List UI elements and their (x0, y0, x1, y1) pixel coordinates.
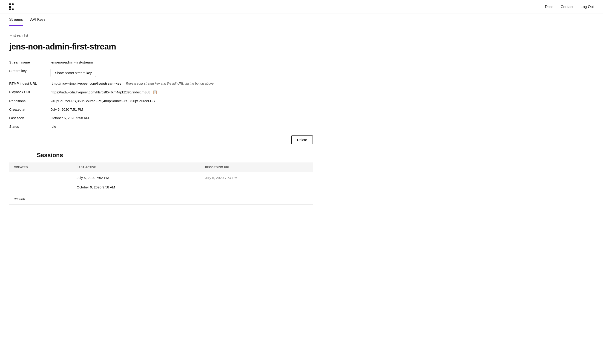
renditions-label: Renditions (9, 97, 51, 105)
last-seen-value: October 6, 2020 9:58 AM (51, 114, 313, 122)
created-at-value: July 6, 2020 7:51 PM (51, 105, 313, 114)
delete-row: Delete (9, 135, 313, 144)
status-value: Idle (51, 122, 313, 131)
sessions-table: CREATED LAST ACTIVE RECORDING URL July 6… (9, 163, 313, 205)
unseen-row: unseen (9, 193, 313, 205)
status-label: Status (9, 122, 51, 131)
header: Docs Contact Log Out (0, 0, 603, 14)
copy-icon[interactable]: 📋 (153, 90, 157, 94)
playback-url-row: Playback URL https://mdw-cdn.livepeer.co… (9, 88, 313, 97)
col-recording-url: RECORDING URL (200, 163, 313, 172)
col-last-active: LAST ACTIVE (72, 163, 200, 172)
stream-key-row: Stream key Show secret stream key (9, 67, 313, 79)
stream-key-cell: Show secret stream key (51, 67, 313, 79)
playback-url-label: Playback URL (9, 88, 51, 97)
main-nav: Docs Contact Log Out (545, 5, 594, 9)
show-secret-key-button[interactable]: Show secret stream key (51, 69, 96, 77)
stream-name-label: Stream name (9, 58, 51, 67)
docs-link[interactable]: Docs (545, 5, 553, 9)
rtmp-ingest-row: RTMP ingest URL rtmp://mdw-rtmp.livepeer… (9, 79, 313, 88)
last-active-date-2: October 6, 2020 9:58 AM (77, 185, 196, 189)
logo-dot (9, 9, 11, 10)
session-created (9, 172, 72, 193)
logo-dot (14, 6, 16, 8)
playback-url-cell: https://mdw-cdn.livepeer.com/hls/cs854fk… (51, 88, 313, 97)
sessions-header-row: CREATED LAST ACTIVE RECORDING URL (9, 163, 313, 172)
session-recording-url: July 6, 2020 7:54 PM (200, 172, 313, 193)
logo-dot (12, 6, 13, 8)
created-at-label: Created at (9, 105, 51, 114)
session-row: July 6, 2020 7:52 PM October 6, 2020 9:5… (9, 172, 313, 193)
logo-dot (14, 3, 16, 5)
tab-api-keys[interactable]: API Keys (30, 14, 46, 26)
last-active-date-1: July 6, 2020 7:52 PM (77, 176, 196, 180)
created-at-row: Created at July 6, 2020 7:51 PM (9, 105, 313, 114)
logo-dot (14, 9, 16, 10)
playback-url-value: https://mdw-cdn.livepeer.com/hls/cs854fk… (51, 90, 151, 94)
logout-link[interactable]: Log Out (581, 5, 594, 9)
stream-key-label: Stream key (9, 67, 51, 79)
renditions-value: 240pSourceFPS,360pSourceFPS,480pSourceFP… (51, 97, 313, 105)
rtmp-url-prefix: rtmp://mdw-rtmp.livepeer.com/live/ (51, 82, 103, 85)
back-link[interactable]: ← stream list (9, 34, 313, 37)
unseen-label: unseen (9, 193, 313, 205)
details-table: Stream name jens-non-admin-first-stream … (9, 58, 313, 131)
delete-button[interactable]: Delete (291, 135, 313, 144)
logo-dot (9, 6, 11, 8)
sessions-title: Sessions (37, 152, 313, 159)
last-seen-label: Last seen (9, 114, 51, 122)
renditions-row: Renditions 240pSourceFPS,360pSourceFPS,4… (9, 97, 313, 105)
status-row: Status Idle (9, 122, 313, 131)
logo-dot (12, 9, 13, 10)
logo-dot (9, 3, 11, 5)
rtmp-ingest-cell: rtmp://mdw-rtmp.livepeer.com/live/stream… (51, 79, 313, 88)
last-seen-row: Last seen October 6, 2020 9:58 AM (9, 114, 313, 122)
tabs-bar: Streams API Keys (0, 14, 603, 26)
stream-name-row: Stream name jens-non-admin-first-stream (9, 58, 313, 67)
rtmp-url-suffix: stream-key (103, 82, 121, 85)
main-content: ← stream list jens-non-admin-first-strea… (0, 26, 322, 212)
logo (9, 3, 16, 10)
rtmp-reveal-hint: Reveal your stream key and the full URL … (126, 82, 215, 85)
col-created: CREATED (9, 163, 72, 172)
stream-name-value: jens-non-admin-first-stream (51, 58, 313, 67)
page-title: jens-non-admin-first-stream (9, 42, 313, 52)
session-last-active: July 6, 2020 7:52 PM October 6, 2020 9:5… (72, 172, 200, 193)
tab-streams[interactable]: Streams (9, 14, 23, 26)
logo-dot (12, 3, 13, 5)
rtmp-ingest-label: RTMP ingest URL (9, 79, 51, 88)
contact-link[interactable]: Contact (561, 5, 573, 9)
